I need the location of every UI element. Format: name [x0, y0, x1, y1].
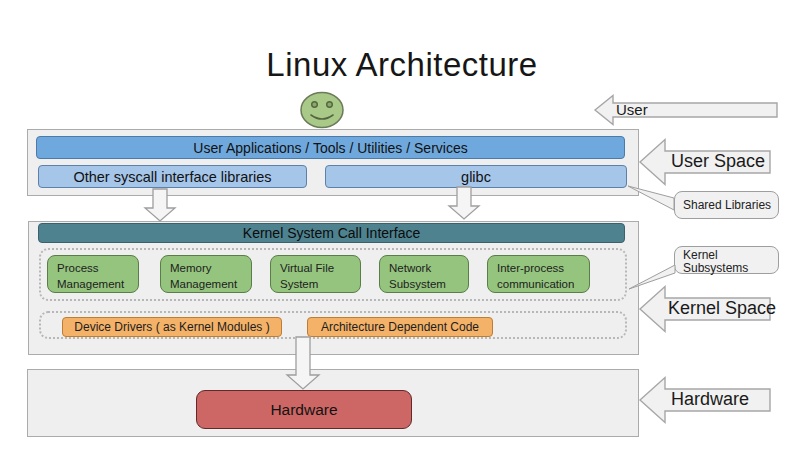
user-space-arrow-label: User Space [671, 151, 765, 172]
device-drivers-box: Device Drivers ( as Kernel Modules ) [62, 317, 282, 337]
page-title: Linux Architecture [202, 46, 602, 84]
user-arrow-label: User [616, 101, 648, 118]
hardware-box: Hardware [196, 390, 412, 429]
subsystem-memory-management: Memory Management [160, 255, 252, 293]
kernel-syscall-interface-bar: Kernel System Call Interface [38, 223, 625, 243]
user-applications-bar: User Applications / Tools / Utilities / … [36, 136, 625, 159]
kernel-space-arrow-label: Kernel Space [668, 298, 776, 319]
architecture-dependent-code-box: Architecture Dependent Code [307, 317, 493, 337]
shared-libraries-callout: Shared Libraries [674, 191, 779, 219]
subsystem-network-subsystem: Network Subsystem [379, 255, 469, 293]
subsystem-process-management: Process Management [47, 255, 139, 293]
linux-architecture-diagram: Linux Architecture User Applications / T… [0, 0, 800, 452]
glibc-box: glibc [325, 165, 627, 188]
kernel-subsystems-callout: Kernel Subsystems [674, 246, 779, 274]
subsystem-inter-process-communication: Inter-process communication [487, 255, 590, 293]
smiley-face-icon [301, 93, 343, 128]
hardware-arrow-label: Hardware [671, 389, 749, 410]
subsystem-virtual-file-system: Virtual File System [270, 255, 361, 293]
other-syscall-libraries-box: Other syscall interface libraries [38, 165, 307, 188]
